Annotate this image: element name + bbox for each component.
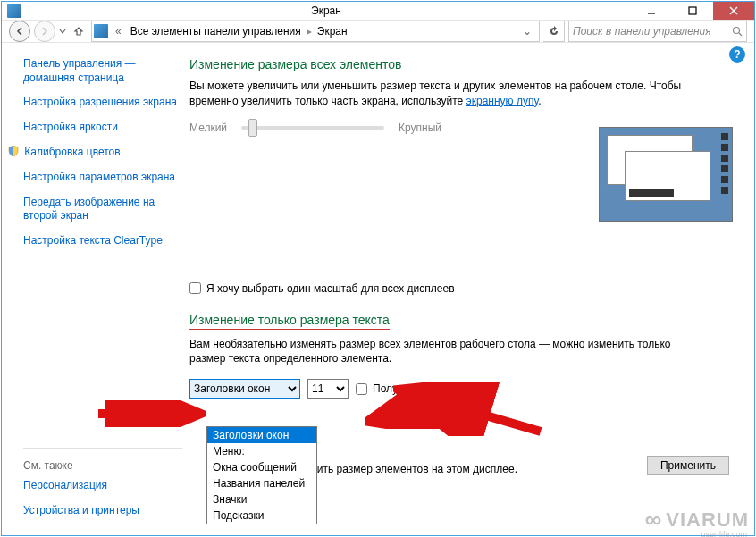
chevron-right-icon[interactable]: ▸ — [307, 25, 312, 38]
svg-rect-1 — [689, 7, 696, 14]
element-select[interactable]: Заголовки окон — [189, 379, 300, 399]
chevron-down-icon[interactable]: ⌄ — [517, 25, 537, 38]
close-button[interactable] — [713, 2, 754, 20]
refresh-button[interactable] — [543, 21, 565, 42]
maximize-button[interactable] — [672, 2, 713, 20]
breadcrumb-segment[interactable]: Все элементы панели управления — [127, 25, 305, 38]
search-placeholder: Поиск в панели управления — [573, 25, 732, 38]
sidebar-link-devices[interactable]: Устройства и принтеры — [23, 504, 182, 518]
sidebar: Панель управления — домашняя страница На… — [2, 43, 189, 536]
recent-dropdown-icon[interactable] — [59, 27, 66, 36]
svg-line-5 — [739, 33, 742, 36]
sidebar-link-calibration[interactable]: Калибровка цветов — [23, 145, 182, 160]
infinity-icon: ∞ — [645, 506, 663, 533]
dropdown-option[interactable]: Заголовки окон — [207, 427, 316, 443]
slider-max-label: Крупный — [399, 122, 441, 134]
magnifier-link[interactable]: экранную лупу — [466, 95, 539, 107]
sidebar-link-home[interactable]: Панель управления — домашняя страница — [23, 57, 182, 85]
slider-min-label: Мелкий — [189, 122, 227, 134]
section-description: Вы можете увеличить или уменьшить размер… — [189, 79, 690, 109]
breadcrumb-segment[interactable]: Экран — [314, 25, 351, 38]
sidebar-link-personalization[interactable]: Персонализация — [23, 479, 182, 493]
window-title: Экран — [21, 4, 631, 17]
dropdown-option[interactable]: Подсказки — [207, 508, 316, 524]
custom-scale-checkbox[interactable] — [189, 282, 201, 294]
shield-icon — [7, 145, 20, 157]
see-also-label: См. также — [23, 459, 182, 472]
svg-point-4 — [734, 28, 740, 34]
sidebar-link-display-settings[interactable]: Настройка параметров экрана — [23, 171, 182, 185]
font-size-select[interactable]: 11 — [307, 379, 349, 399]
search-input[interactable]: Поиск в панели управления — [568, 21, 747, 42]
dropdown-option[interactable]: Названия панелей — [207, 475, 316, 491]
breadcrumb[interactable]: « Все элементы панели управления ▸ Экран… — [91, 21, 540, 42]
custom-scale-label: Я хочу выбрать один масштаб для всех дис… — [206, 282, 455, 295]
section-title: Изменение размера всех элементов — [189, 57, 733, 71]
up-button[interactable] — [70, 22, 88, 40]
bold-checkbox[interactable] — [356, 383, 367, 395]
app-icon — [7, 4, 21, 18]
control-panel-icon — [94, 24, 108, 38]
sidebar-link-resolution[interactable]: Настройка разрешения экрана — [23, 96, 182, 110]
bold-label: Полужирный — [373, 382, 437, 395]
section-title: Изменение только размера текста — [189, 313, 390, 330]
chevron-double-icon[interactable]: « — [112, 25, 125, 38]
sidebar-link-project[interactable]: Передать изображение на второй экран — [23, 196, 182, 223]
dropdown-option[interactable]: Значки — [207, 491, 316, 508]
forward-button[interactable] — [34, 21, 55, 42]
dropdown-option[interactable]: Меню: — [207, 443, 316, 459]
slider-thumb[interactable] — [248, 119, 257, 137]
search-icon — [732, 26, 743, 37]
display-preview — [599, 127, 733, 222]
apply-button[interactable]: Применить — [647, 456, 729, 475]
dropdown-option[interactable]: Окна сообщений — [207, 459, 316, 475]
sidebar-link-cleartype[interactable]: Настройка текста ClearType — [23, 234, 182, 248]
help-button[interactable]: ? — [729, 46, 745, 63]
section-description: Вам необязательно изменять размер всех э… — [189, 337, 690, 367]
minimize-button[interactable] — [631, 2, 672, 20]
slider-track[interactable] — [241, 126, 384, 130]
navbar: « Все элементы панели управления ▸ Экран… — [2, 21, 754, 43]
titlebar: Экран — [2, 2, 754, 21]
sidebar-link-brightness[interactable]: Настройка яркости — [23, 121, 182, 135]
element-select-dropdown[interactable]: Заголовки окон Меню: Окна сообщений Назв… — [206, 426, 317, 524]
watermark: ∞ VIARUM user-life.com — [645, 506, 749, 533]
back-button[interactable] — [9, 21, 30, 42]
